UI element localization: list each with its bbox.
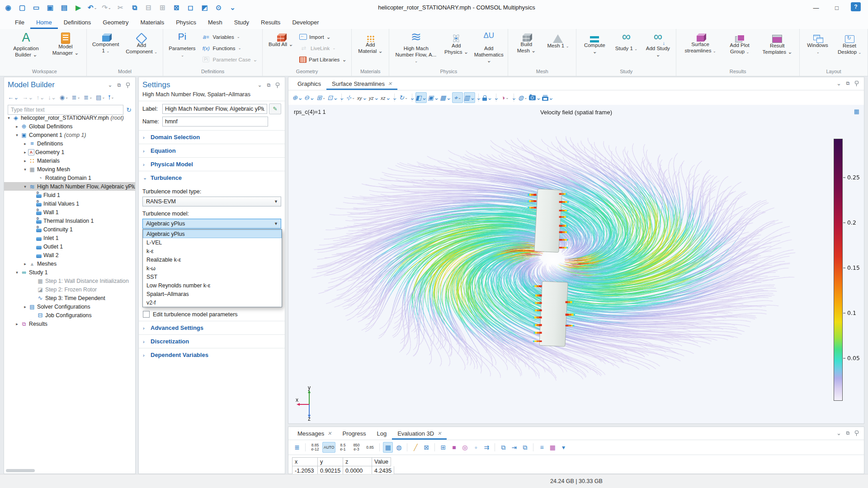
float-icon[interactable] (845, 430, 850, 436)
tab-results[interactable]: Results (255, 15, 286, 29)
deselect-box-icon[interactable]: ⌄ (200, 3, 209, 13)
float-icon[interactable] (266, 82, 271, 88)
add-table-icon[interactable] (438, 442, 448, 453)
sparse-table-icon[interactable] (471, 442, 481, 453)
tree-expander[interactable]: ▾ (22, 184, 28, 189)
add-plot-group-button[interactable]: Add Plot Group ⌄ (722, 30, 758, 66)
perspective-icon[interactable]: ⌄ (415, 92, 427, 103)
option-sst[interactable]: SST (143, 272, 282, 281)
notation-chip-0.85[interactable]: 0.85 (363, 442, 376, 453)
tree-node-initial-values-1[interactable]: Initial Values 1 (4, 199, 135, 208)
search-icon[interactable]: ⌄ (214, 3, 223, 13)
tree-node-meshes[interactable]: ▸ Meshes (4, 259, 135, 268)
show-axes-icon[interactable]: ⌄ (452, 92, 463, 103)
separator[interactable]: ⌄ (478, 94, 479, 102)
tree-node-definitions[interactable]: ▸ Definitions (4, 139, 135, 148)
clear-table-icon[interactable] (410, 442, 420, 453)
close-icon[interactable]: ✕ (327, 431, 331, 436)
separator[interactable] (407, 443, 407, 451)
tab-physics[interactable]: Physics (170, 15, 202, 29)
equation-section[interactable]: ›Equation (139, 144, 285, 157)
tab-developer[interactable]: Developer (286, 15, 325, 29)
chevron-down-icon[interactable] (836, 430, 841, 436)
zoom-in-icon[interactable]: ⌄ (292, 92, 303, 103)
tree-expander[interactable]: ▸ (22, 141, 28, 146)
redo-icon[interactable]: ⌄ (102, 3, 111, 13)
tab-file[interactable]: File (9, 15, 30, 29)
forward-icon[interactable]: ⌄ (22, 94, 33, 101)
tree-node-wall-1[interactable]: Wall 1 (4, 208, 135, 216)
table-header-cell[interactable]: z (343, 457, 372, 466)
help-button[interactable]: ? (851, 2, 861, 11)
edit-turbulence-model-parameters-checkbox[interactable] (143, 311, 150, 318)
minimize-button[interactable]: — (806, 0, 826, 15)
tab-study[interactable]: Study (228, 15, 255, 29)
go-to-view-icon[interactable]: ⌄ (345, 92, 356, 103)
tab-mesh[interactable]: Mesh (202, 15, 228, 29)
tree-node-inlet-1[interactable]: Inlet 1 (4, 234, 135, 242)
tree-node-step-2[interactable]: Step 2: Frozen Rotor (4, 285, 135, 294)
component-1-button[interactable]: Component 1 ⌄ (89, 30, 123, 66)
snapshot-icon[interactable]: ⌄ (529, 92, 541, 103)
separator[interactable]: ⌄ (514, 94, 514, 102)
pin-icon[interactable] (854, 80, 859, 86)
separator[interactable] (434, 443, 435, 451)
tab-graphics[interactable]: Graphics✕ (292, 77, 326, 90)
new-file-icon[interactable]: ⌄ (18, 3, 27, 13)
dependent-variables-section[interactable]: ›Dependent Variables (139, 348, 285, 361)
tree-node-results[interactable]: ▸ Results (4, 319, 135, 328)
lock-icon[interactable]: ⌄ (482, 92, 493, 103)
tree-expander[interactable]: ▸ (22, 159, 28, 163)
tree-expander[interactable]: ▾ (6, 116, 12, 120)
tree-node-geometry-1[interactable]: ▸ Geometry 1 (4, 148, 135, 156)
table-view-icon[interactable] (383, 442, 393, 453)
tree-node-job-configurations[interactable]: Job Configurations (4, 311, 135, 319)
tree-expander[interactable]: ▾ (14, 133, 20, 137)
livelink-button[interactable]: LiveLink ⌄ (297, 42, 349, 54)
tree-expander[interactable]: ▸ (22, 262, 28, 266)
view-xz-icon[interactable]: ⌄ (380, 92, 391, 103)
zoom-out-icon[interactable]: ⌄ (304, 92, 315, 103)
mesh-1-button[interactable]: Mesh 1 ⌄ (542, 30, 574, 66)
option-algebraic-yplus[interactable]: Algebraic yPlus (143, 230, 282, 238)
tree-expander[interactable]: ▸ (14, 124, 20, 129)
report-icon[interactable] (537, 442, 547, 453)
color-legend-icon[interactable]: ⌄ (464, 92, 475, 103)
copy-icon[interactable]: ⌄ (130, 3, 139, 13)
tree-expander[interactable]: ▾ (14, 270, 20, 275)
expand-all-icon[interactable]: ⌄ (72, 94, 80, 101)
tree-node-study-1[interactable]: ▾ Study 1 (4, 268, 135, 277)
tree-node-rotating-domain-1[interactable]: Rotating Domain 1 (4, 174, 135, 182)
table-header-cell[interactable]: x (292, 457, 317, 466)
add-mathematics-button[interactable]: Add Mathematics ⌄ (472, 30, 505, 66)
reset-desktop-button[interactable]: Reset Desktop ⌄ (834, 30, 865, 66)
move-up-icon[interactable]: ⌄ (37, 94, 44, 101)
paste-icon[interactable]: ⌄ (144, 3, 153, 13)
zoom-extents-icon[interactable]: ⌄ (327, 92, 338, 103)
more-icon[interactable] (558, 442, 568, 453)
chevron-down-icon[interactable] (108, 82, 113, 88)
tree-node-step-3[interactable]: Step 3: Time Dependent (4, 294, 135, 302)
option-realizable-k-epsilon[interactable]: Realizable k-ε (143, 255, 282, 264)
study-1-button[interactable]: Study 1 ⌄ (610, 30, 642, 66)
plot-preview-icon[interactable] (854, 108, 859, 115)
tree-node-moving-mesh[interactable]: ▾ Moving Mesh (4, 165, 135, 174)
auto-notation-chip[interactable]: AUTO (322, 442, 335, 453)
float-icon[interactable] (117, 82, 122, 88)
application-builder-button[interactable]: Application Builder ⌄ (5, 30, 47, 66)
result-templates-button[interactable]: Result Templates ⌄ (757, 30, 797, 66)
pin-icon[interactable] (854, 430, 859, 436)
delete-icon[interactable]: ⌄ (172, 3, 181, 13)
tree-node-component-1[interactable]: ▾ Component 1 (comp 1) (4, 131, 135, 139)
parameters-button[interactable]: Parameters ⌄ (165, 30, 198, 66)
chevron-down-icon[interactable] (257, 82, 262, 88)
save-icon[interactable]: ⌄ (46, 3, 55, 13)
turbulence-section[interactable]: ⌄Turbulence (139, 171, 285, 184)
option-low-reynolds-k-epsilon[interactable]: Low Reynolds number k-ε (143, 281, 282, 290)
filter-icon[interactable]: ⌄ (108, 95, 114, 100)
swirl-icon[interactable] (460, 442, 470, 453)
tree-node-outlet-1[interactable]: Outlet 1 (4, 242, 135, 251)
maximize-button[interactable]: □ (826, 0, 847, 15)
separator[interactable] (533, 443, 533, 451)
option-k-omega[interactable]: k-ω (143, 264, 282, 272)
